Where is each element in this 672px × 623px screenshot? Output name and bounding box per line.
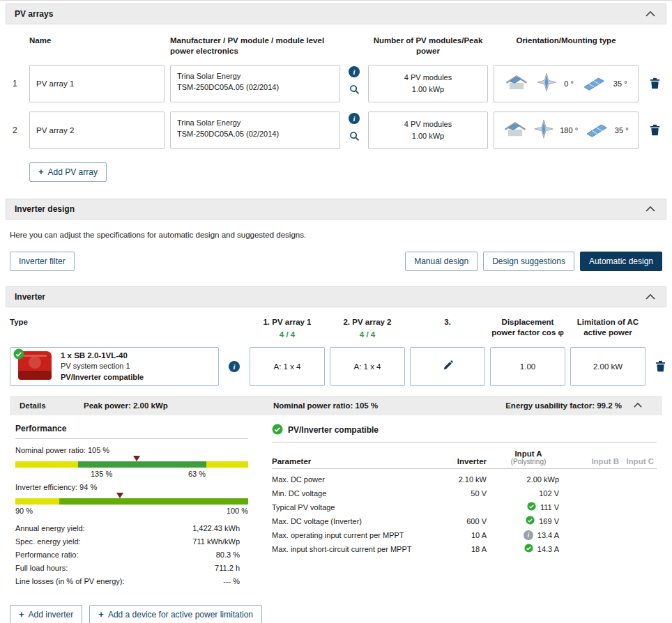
compatibility-panel: PV/Inverter compatible Parameter Inverte…: [272, 424, 657, 588]
column-inverter: Inverter: [436, 457, 492, 466]
cos-phi-field[interactable]: 1.00: [490, 347, 565, 386]
pv-module-selector[interactable]: Trina Solar Energy TSM-250DC05A.05 (02/2…: [170, 65, 340, 102]
pv-array-row: 1 Trina Solar Energy TSM-250DC05A.05 (02…: [10, 65, 662, 102]
module-info-icon[interactable]: i: [349, 66, 360, 77]
plus-icon: +: [19, 610, 24, 619]
tilt-value: 35 °: [613, 79, 627, 88]
inverter-efficiency-gauge: [15, 498, 248, 505]
tick-label: 90 %: [15, 507, 33, 515]
column-type: Type: [10, 317, 219, 328]
peak-power: 1.00 kWp: [369, 84, 487, 95]
details-label: Details: [20, 401, 84, 410]
delete-pv-array-icon[interactable]: [644, 76, 665, 91]
column-orientation: Orientation/Mounting type: [494, 36, 639, 46]
add-inverter-label: Add inverter: [29, 610, 74, 620]
array3-edit-field[interactable]: [410, 347, 485, 386]
inverter-collapse-chevron-icon[interactable]: [643, 292, 657, 302]
compatibility-column-headers: Parameter Inverter Input A (Polystring) …: [272, 449, 657, 469]
nominal-power-ratio-ticks: 135 % 63 %: [15, 470, 248, 480]
add-device-label: Add a device for active power limitation: [108, 610, 253, 620]
inverter-body: Type 1. PV array 1 4 / 4 2. PV array 2 4…: [6, 307, 666, 623]
orientation-field[interactable]: 180 ° 35 °: [494, 111, 639, 149]
pv-design-page: PV arrays Name Manufacturer / PV module …: [0, 0, 672, 623]
pv-arrays-column-headers: Name Manufacturer / PV module / module l…: [10, 36, 662, 56]
tick-label: 63 %: [188, 470, 206, 478]
inverter-header[interactable]: Inverter: [6, 286, 666, 307]
delete-pv-array-icon[interactable]: [644, 123, 665, 137]
inverter-row: 1 x SB 2.0-1VL-40 PV system section 1 PV…: [10, 347, 662, 386]
design-description: Here you can adjust the specifications f…: [10, 231, 662, 239]
stat-row: Performance ratio: 80.3 %: [15, 548, 248, 562]
tilt-value: 35 °: [615, 126, 629, 134]
stat-row: Line losses (in % of PV energy): --- %: [15, 575, 248, 588]
pencil-icon: [443, 360, 453, 372]
design-suggestions-button[interactable]: Design suggestions: [483, 252, 574, 271]
stat-row: Spec. energy yield: 711 kWh/kWp: [15, 535, 248, 548]
inverter-design-collapse-chevron-icon[interactable]: [643, 204, 657, 214]
module-actions: i: [346, 111, 362, 149]
details-peak-power: Peak power: 2.00 kWp: [84, 401, 273, 410]
tick-label: 135 %: [91, 470, 112, 478]
inverter-details-bar[interactable]: Details Peak power: 2.00 kWp Nominal pow…: [10, 396, 662, 415]
add-pv-array-button[interactable]: + Add PV array: [29, 162, 107, 182]
pv-arrays-header[interactable]: PV arrays: [6, 3, 666, 24]
inverter-type-field[interactable]: 1 x SB 2.0-1VL-40 PV system section 1 PV…: [10, 347, 219, 386]
add-inverter-button[interactable]: + Add inverter: [10, 605, 82, 623]
compatibility-title: PV/Inverter compatible: [288, 425, 379, 435]
pv-module-selector[interactable]: Trina Solar Energy TSM-250DC05A.05 (02/2…: [170, 111, 340, 149]
compat-row: Max. DC power 2.10 kW 2.00 kWp: [272, 472, 657, 486]
orientation-field[interactable]: 0 ° 35 °: [494, 65, 639, 102]
column-input-c: Input C: [622, 457, 657, 466]
inverter-info-icon[interactable]: i: [229, 361, 240, 372]
inverter-filter-label: Inverter filter: [19, 256, 66, 266]
array2-string-config-field[interactable]: A: 1 x 4: [330, 347, 405, 386]
manual-design-button[interactable]: Manual design: [405, 252, 478, 271]
pv-arrays-body: Name Manufacturer / PV module / module l…: [6, 24, 666, 183]
array1-string-config-field[interactable]: A: 1 x 4: [250, 347, 325, 386]
delete-inverter-icon[interactable]: [650, 359, 670, 374]
design-suggestions-label: Design suggestions: [492, 256, 565, 266]
row-number: 1: [10, 79, 24, 89]
details-usability-factor: Energy usability factor: 99.2 %: [505, 401, 632, 410]
module-search-icon[interactable]: [348, 83, 361, 96]
nominal-power-ratio-label: Nominal power ratio: 105 %: [15, 446, 248, 454]
pv-arrays-collapse-chevron-icon[interactable]: [643, 9, 657, 19]
module-count: 4 PV modules: [369, 72, 487, 84]
inverter-column-headers: Type 1. PV array 1 4 / 4 2. PV array 2 4…: [10, 317, 662, 339]
azimuth-value: 180 °: [560, 126, 578, 134]
column-ac-limit: Limitation of AC active power: [570, 317, 646, 338]
compat-row: Min. DC voltage 50 V 102 V: [272, 486, 657, 500]
column-modules: Number of PV modules/Peak power: [368, 36, 488, 56]
module-search-icon[interactable]: [348, 130, 361, 143]
pv-array-name-input[interactable]: [29, 65, 165, 102]
inverter-details-body: Performance Nominal power ratio: 105 % 1…: [10, 415, 662, 592]
automatic-design-button[interactable]: Automatic design: [580, 252, 662, 271]
gauge-marker-icon: [116, 493, 123, 498]
compat-row: Max. operating input current per MPPT 10…: [272, 528, 657, 542]
gauge-marker-icon: [133, 456, 140, 461]
azimuth-compass-icon: [534, 119, 553, 141]
pv-array-name-input[interactable]: [29, 111, 165, 149]
inverter-filter-button[interactable]: Inverter filter: [10, 252, 75, 271]
inverter-design-title: Inverter design: [15, 204, 75, 214]
peak-power: 1.00 kWp: [369, 130, 487, 142]
module-count-field[interactable]: 4 PV modules 1.00 kWp: [368, 65, 488, 102]
inverter-design-body: Here you can adjust the specifications f…: [6, 220, 666, 271]
inverter-efficiency-ticks: 90 % 100 %: [15, 507, 248, 515]
add-power-limitation-device-button[interactable]: + Add a device for active power limitati…: [89, 605, 262, 623]
performance-heading: Performance: [15, 424, 248, 439]
module-count-field[interactable]: 4 PV modules 1.00 kWp: [368, 111, 488, 149]
manual-design-label: Manual design: [414, 256, 468, 266]
design-buttons: Inverter filter Manual design Design sug…: [10, 252, 662, 271]
module-actions: i: [346, 65, 362, 102]
check-circle-icon: [527, 502, 536, 512]
plus-icon: +: [98, 610, 104, 619]
details-nominal-ratio: Nominal power ratio: 105 %: [273, 401, 505, 410]
row-number: 2: [10, 125, 24, 135]
inverter-design-header[interactable]: Inverter design: [6, 199, 666, 220]
compat-row: Typical PV voltage 111 V: [272, 500, 657, 514]
details-collapse-chevron-icon[interactable]: [632, 401, 652, 410]
module-info-icon[interactable]: i: [349, 113, 360, 124]
ac-limit-field[interactable]: 2.00 kW: [570, 347, 646, 386]
nominal-power-ratio-gauge: [15, 461, 248, 468]
